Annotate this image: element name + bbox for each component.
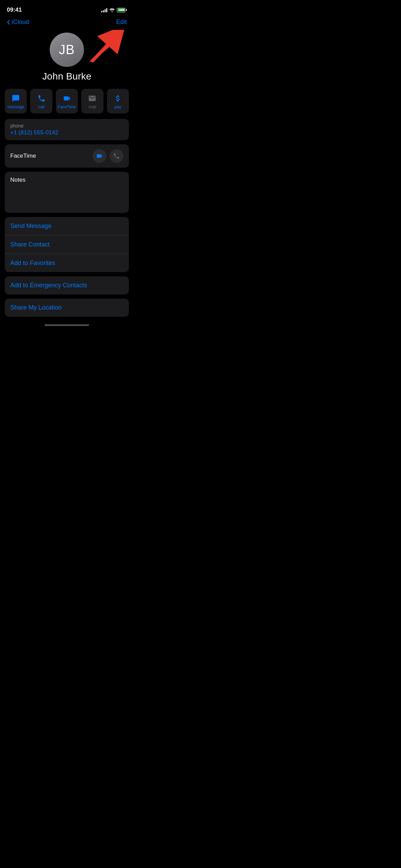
- wifi-icon: [109, 8, 115, 12]
- facetime-video-button[interactable]: [93, 149, 106, 163]
- facetime-button[interactable]: FaceTime: [56, 89, 78, 113]
- notes-card: Notes: [5, 172, 129, 213]
- facetime-card-label: FaceTime: [10, 153, 36, 159]
- pay-button[interactable]: pay: [107, 89, 129, 113]
- share-contact-item[interactable]: Share Contact: [5, 236, 129, 254]
- send-message-item[interactable]: Send Message: [5, 217, 129, 236]
- add-emergency-contacts-item[interactable]: Add to Emergency Contacts: [5, 276, 129, 294]
- home-bar: [45, 324, 89, 326]
- signal-bars-icon: [101, 8, 107, 12]
- facetime-actions: [93, 149, 123, 163]
- add-to-favorites-item[interactable]: Add to Favorites: [5, 254, 129, 272]
- call-label: call: [38, 105, 45, 109]
- mail-icon: [88, 94, 97, 103]
- share-location-item[interactable]: Share My Location: [5, 299, 129, 317]
- phone-value[interactable]: +1 (812) 555-0142: [10, 129, 123, 136]
- home-indicator: [0, 321, 134, 328]
- annotation-arrow: [82, 30, 127, 64]
- pay-icon: [113, 94, 122, 103]
- nav-bar: iCloud Edit: [0, 17, 134, 30]
- status-icons: 100: [101, 8, 127, 12]
- avatar-initials: JB: [59, 43, 75, 57]
- action-list-card: Send Message Share Contact Add to Favori…: [5, 217, 129, 272]
- facetime-card: FaceTime: [5, 144, 129, 168]
- phone-row[interactable]: phone +1 (812) 555-0142: [5, 119, 129, 140]
- message-button[interactable]: message: [5, 89, 27, 113]
- emergency-contacts-card: Add to Emergency Contacts: [5, 276, 129, 294]
- contact-name: John Burke: [42, 71, 92, 82]
- edit-button[interactable]: Edit: [116, 19, 127, 26]
- call-button[interactable]: call: [30, 89, 52, 113]
- facetime-audio-button[interactable]: [110, 149, 123, 163]
- battery-icon: 100: [117, 8, 127, 12]
- pay-label: pay: [114, 105, 121, 109]
- phone-card: phone +1 (812) 555-0142: [5, 119, 129, 140]
- mail-button[interactable]: mail: [81, 89, 103, 113]
- back-label: iCloud: [12, 19, 29, 26]
- notes-label: Notes: [10, 177, 25, 183]
- mail-label: mail: [88, 105, 96, 109]
- share-location-card: Share My Location: [5, 299, 129, 317]
- message-label: message: [8, 105, 24, 109]
- action-buttons-row: message call FaceTime mail: [0, 89, 134, 119]
- facetime-label: FaceTime: [58, 105, 76, 109]
- phone-label: phone: [10, 123, 123, 129]
- avatar: JB: [50, 33, 84, 67]
- message-icon: [11, 94, 20, 103]
- status-time: 09:41: [7, 7, 22, 13]
- call-icon: [37, 94, 46, 103]
- facetime-icon: [62, 94, 71, 103]
- back-button[interactable]: iCloud: [7, 19, 29, 26]
- status-bar: 09:41 100: [0, 0, 134, 17]
- avatar-section: JB John Burke: [0, 30, 134, 89]
